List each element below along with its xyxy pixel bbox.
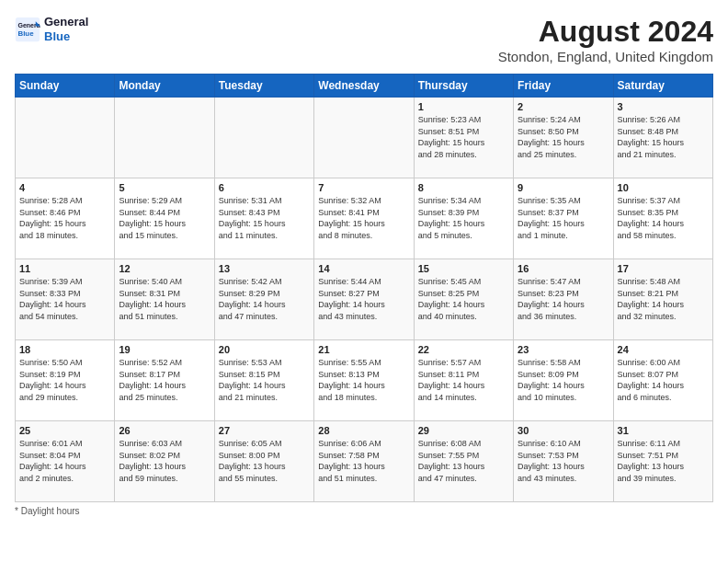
day-number: 31 [618,425,709,436]
day-number: 1 [418,101,509,112]
location: Stondon, England, United Kingdom [498,49,713,64]
calendar-cell: 7Sunrise: 5:32 AM Sunset: 8:41 PM Daylig… [314,178,414,259]
day-info: Sunrise: 5:47 AM Sunset: 8:23 PM Dayligh… [518,276,609,322]
calendar-cell: 28Sunrise: 6:06 AM Sunset: 7:58 PM Dayli… [314,421,414,502]
day-header-monday: Monday [115,75,214,98]
calendar-cell: 26Sunrise: 6:03 AM Sunset: 8:02 PM Dayli… [115,421,214,502]
day-header-wednesday: Wednesday [314,75,414,98]
day-number: 20 [219,344,310,355]
logo-line1: General [44,15,88,29]
day-number: 24 [618,344,709,355]
calendar-cell: 21Sunrise: 5:55 AM Sunset: 8:13 PM Dayli… [314,340,414,421]
calendar-cell: 30Sunrise: 6:10 AM Sunset: 7:53 PM Dayli… [514,421,613,502]
day-info: Sunrise: 5:37 AM Sunset: 8:35 PM Dayligh… [618,195,709,241]
calendar-cell: 15Sunrise: 5:45 AM Sunset: 8:25 PM Dayli… [414,259,513,340]
day-number: 27 [219,425,310,436]
day-info: Sunrise: 5:34 AM Sunset: 8:39 PM Dayligh… [418,195,509,241]
day-number: 18 [19,344,110,355]
day-info: Sunrise: 5:31 AM Sunset: 8:43 PM Dayligh… [219,195,310,241]
day-number: 21 [318,344,409,355]
calendar-cell: 27Sunrise: 6:05 AM Sunset: 8:00 PM Dayli… [214,421,313,502]
day-number: 2 [518,101,609,112]
calendar-cell: 14Sunrise: 5:44 AM Sunset: 8:27 PM Dayli… [314,259,414,340]
day-number: 17 [618,263,709,274]
day-info: Sunrise: 5:58 AM Sunset: 8:09 PM Dayligh… [518,357,609,403]
day-number: 22 [418,344,509,355]
day-info: Sunrise: 5:45 AM Sunset: 8:25 PM Dayligh… [418,276,509,322]
calendar-cell [115,98,214,178]
day-info: Sunrise: 6:11 AM Sunset: 7:51 PM Dayligh… [618,438,709,484]
day-info: Sunrise: 6:01 AM Sunset: 8:04 PM Dayligh… [19,438,110,484]
logo-icon: General Blue [15,17,40,42]
page: General Blue General Blue August 2024 St… [0,0,728,563]
day-info: Sunrise: 5:32 AM Sunset: 8:41 PM Dayligh… [318,195,409,241]
day-number: 25 [19,425,110,436]
calendar-cell [314,98,414,178]
day-info: Sunrise: 5:52 AM Sunset: 8:17 PM Dayligh… [119,357,210,403]
day-number: 29 [418,425,509,436]
day-number: 16 [518,263,609,274]
day-info: Sunrise: 5:55 AM Sunset: 8:13 PM Dayligh… [318,357,409,403]
logo-text: General Blue [44,15,88,43]
day-number: 15 [418,263,509,274]
calendar-body: 1Sunrise: 5:23 AM Sunset: 8:51 PM Daylig… [16,98,713,502]
calendar-cell: 17Sunrise: 5:48 AM Sunset: 8:21 PM Dayli… [613,259,712,340]
day-info: Sunrise: 5:23 AM Sunset: 8:51 PM Dayligh… [418,114,509,160]
footer-note: * Daylight hours [15,506,713,516]
calendar-cell: 13Sunrise: 5:42 AM Sunset: 8:29 PM Dayli… [214,259,313,340]
calendar-cell: 25Sunrise: 6:01 AM Sunset: 8:04 PM Dayli… [16,421,115,502]
calendar-table: SundayMondayTuesdayWednesdayThursdayFrid… [15,74,713,502]
calendar-cell: 29Sunrise: 6:08 AM Sunset: 7:55 PM Dayli… [414,421,513,502]
day-info: Sunrise: 5:57 AM Sunset: 8:11 PM Dayligh… [418,357,509,403]
day-info: Sunrise: 6:10 AM Sunset: 7:53 PM Dayligh… [518,438,609,484]
day-info: Sunrise: 5:50 AM Sunset: 8:19 PM Dayligh… [19,357,110,403]
day-number: 30 [518,425,609,436]
calendar-cell: 9Sunrise: 5:35 AM Sunset: 8:37 PM Daylig… [514,178,613,259]
calendar-cell: 11Sunrise: 5:39 AM Sunset: 8:33 PM Dayli… [16,259,115,340]
calendar-cell: 1Sunrise: 5:23 AM Sunset: 8:51 PM Daylig… [414,98,513,178]
calendar-cell: 23Sunrise: 5:58 AM Sunset: 8:09 PM Dayli… [514,340,613,421]
header: General Blue General Blue August 2024 St… [15,15,713,64]
day-info: Sunrise: 5:48 AM Sunset: 8:21 PM Dayligh… [618,276,709,322]
header-row: SundayMondayTuesdayWednesdayThursdayFrid… [16,75,713,98]
day-number: 4 [19,182,110,193]
day-header-tuesday: Tuesday [214,75,313,98]
day-number: 7 [318,182,409,193]
day-number: 8 [418,182,509,193]
day-header-friday: Friday [514,75,613,98]
footer-note-text: Daylight hours [21,506,80,516]
day-info: Sunrise: 5:28 AM Sunset: 8:46 PM Dayligh… [19,195,110,241]
day-header-saturday: Saturday [613,75,712,98]
calendar-cell: 24Sunrise: 6:00 AM Sunset: 8:07 PM Dayli… [613,340,712,421]
day-number: 3 [618,101,709,112]
day-number: 26 [119,425,210,436]
day-info: Sunrise: 5:39 AM Sunset: 8:33 PM Dayligh… [19,276,110,322]
calendar-cell: 4Sunrise: 5:28 AM Sunset: 8:46 PM Daylig… [16,178,115,259]
calendar-cell: 6Sunrise: 5:31 AM Sunset: 8:43 PM Daylig… [214,178,313,259]
day-number: 6 [219,182,310,193]
calendar-cell: 12Sunrise: 5:40 AM Sunset: 8:31 PM Dayli… [115,259,214,340]
day-number: 14 [318,263,409,274]
day-info: Sunrise: 6:03 AM Sunset: 8:02 PM Dayligh… [119,438,210,484]
month-title: August 2024 [498,15,713,49]
calendar-cell: 3Sunrise: 5:26 AM Sunset: 8:48 PM Daylig… [613,98,712,178]
week-row-3: 18Sunrise: 5:50 AM Sunset: 8:19 PM Dayli… [16,340,713,421]
calendar-cell [16,98,115,178]
day-info: Sunrise: 5:24 AM Sunset: 8:50 PM Dayligh… [518,114,609,160]
day-info: Sunrise: 5:29 AM Sunset: 8:44 PM Dayligh… [119,195,210,241]
week-row-2: 11Sunrise: 5:39 AM Sunset: 8:33 PM Dayli… [16,259,713,340]
day-number: 5 [119,182,210,193]
calendar-header: SundayMondayTuesdayWednesdayThursdayFrid… [16,75,713,98]
day-number: 23 [518,344,609,355]
day-header-thursday: Thursday [414,75,513,98]
day-number: 9 [518,182,609,193]
day-info: Sunrise: 5:40 AM Sunset: 8:31 PM Dayligh… [119,276,210,322]
calendar-cell: 22Sunrise: 5:57 AM Sunset: 8:11 PM Dayli… [414,340,513,421]
calendar-cell: 20Sunrise: 5:53 AM Sunset: 8:15 PM Dayli… [214,340,313,421]
calendar-cell: 19Sunrise: 5:52 AM Sunset: 8:17 PM Dayli… [115,340,214,421]
day-info: Sunrise: 6:00 AM Sunset: 8:07 PM Dayligh… [618,357,709,403]
calendar-cell: 31Sunrise: 6:11 AM Sunset: 7:51 PM Dayli… [613,421,712,502]
day-number: 28 [318,425,409,436]
svg-text:Blue: Blue [18,29,35,38]
day-info: Sunrise: 5:35 AM Sunset: 8:37 PM Dayligh… [518,195,609,241]
